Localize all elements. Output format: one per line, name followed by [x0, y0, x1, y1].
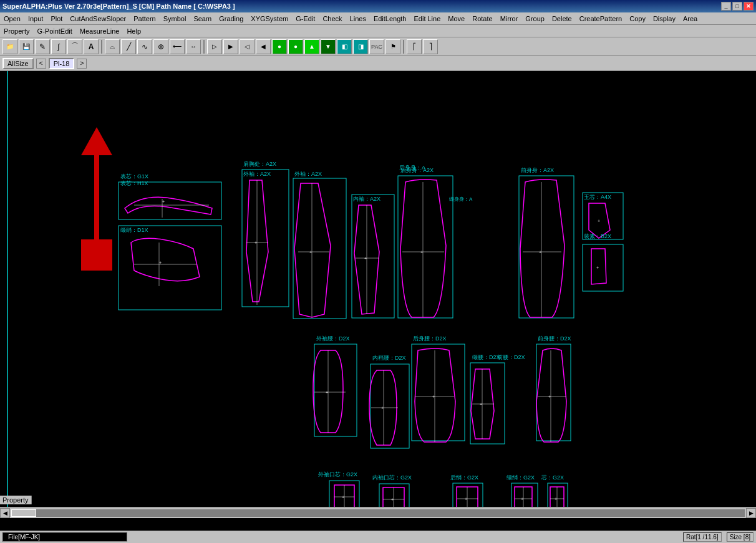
tool-open[interactable]: 📁	[2, 39, 17, 54]
menu-editlength[interactable]: EditLength	[370, 14, 410, 24]
menu-open[interactable]: Open	[0, 14, 24, 24]
tool-special2[interactable]: ⎤	[423, 39, 438, 54]
menu-area[interactable]: Area	[679, 14, 701, 24]
svg-text:后身腰：D2X: 后身腰：D2X	[413, 335, 447, 342]
menu-copy[interactable]: Copy	[626, 14, 649, 24]
size-prev-button[interactable]: <	[36, 59, 46, 69]
svg-text:+: +	[254, 241, 257, 245]
menu-rotate[interactable]: Rotate	[468, 14, 496, 24]
menu-lines[interactable]: Lines	[346, 14, 370, 24]
menu-help[interactable]: Help	[123, 26, 145, 36]
svg-text:+: +	[342, 495, 344, 499]
file-status: File[MF-JK]	[2, 532, 127, 542]
svg-text:+: +	[465, 497, 467, 501]
horizontal-scrollbar[interactable]: ◀ ▶	[0, 507, 756, 518]
tool-7[interactable]: ▶	[223, 39, 238, 54]
allsize-button[interactable]: AllSize	[2, 58, 34, 69]
scroll-thumb[interactable]	[11, 509, 36, 517]
menu-editline[interactable]: Edit Line	[410, 14, 444, 24]
menu-createpattern[interactable]: CreatePattern	[576, 14, 626, 24]
svg-text:前身腰：D2X: 前身腰：D2X	[538, 335, 571, 342]
svg-text:后绡：G2X: 后绡：G2X	[450, 474, 478, 481]
tool-green2[interactable]: ●	[288, 39, 303, 54]
svg-rect-3	[81, 239, 112, 271]
menubar2: Property G-PointEdit MeasureLine Help	[0, 25, 756, 37]
minimize-button[interactable]: _	[721, 2, 731, 11]
menu-property[interactable]: Property	[0, 26, 34, 36]
tool-text[interactable]: A	[84, 39, 99, 54]
menubar1: Open Input Plot CutAndSewSloper Pattern …	[0, 12, 756, 25]
toolbar-separator1	[101, 40, 102, 54]
svg-text:外袖口芯：G2X: 外袖口芯：G2X	[318, 471, 357, 478]
menu-symbol[interactable]: Symbol	[160, 14, 190, 24]
svg-text:外袖：A2X: 外袖：A2X	[243, 171, 271, 177]
menu-input[interactable]: Input	[24, 14, 47, 24]
svg-text:+: +	[162, 199, 165, 204]
menu-move[interactable]: Move	[444, 14, 468, 24]
menu-mirror[interactable]: Mirror	[497, 14, 522, 24]
tool-save[interactable]: 💾	[19, 39, 34, 54]
toolbar: 📁 💾 ✎ ∫ ⌒ A ⌓ ╱ ∿ ⊕ ⟵ ↔ ▷ ▶ ◁ ◀ ● ● ▲ ▼ …	[0, 37, 756, 56]
tool-flag[interactable]: ⚑	[385, 39, 400, 54]
tool-5[interactable]: ↔	[186, 39, 201, 54]
svg-text:后身身：A: 后身身：A	[399, 165, 425, 171]
toolbar-separator3	[403, 40, 404, 54]
menu-seam[interactable]: Seam	[190, 14, 215, 24]
scroll-left-button[interactable]: ◀	[0, 508, 10, 518]
menu-pattern[interactable]: Pattern	[130, 14, 159, 24]
tool-arc[interactable]: ⌓	[105, 39, 120, 54]
tool-point[interactable]: ⊕	[153, 39, 168, 54]
svg-text:+: +	[555, 497, 557, 501]
menu-delete[interactable]: Delete	[548, 14, 576, 24]
svg-text:+: +	[326, 390, 328, 395]
tool-draw1[interactable]: ✎	[35, 39, 50, 54]
menu-grading[interactable]: Grading	[215, 14, 247, 24]
tool-9[interactable]: ◀	[256, 39, 271, 54]
svg-text:+: +	[521, 497, 523, 501]
property-label: Property	[0, 496, 32, 504]
tool-cyan1[interactable]: ◧	[337, 39, 352, 54]
active-size-button[interactable]: Pl-18	[49, 58, 75, 69]
svg-text:+: +	[381, 406, 384, 410]
tool-draw3[interactable]: ⌒	[67, 39, 82, 54]
svg-text:+: +	[548, 395, 551, 399]
size-next-button[interactable]: >	[77, 59, 87, 69]
svg-text:缬腰：D2X: 缬腰：D2X	[472, 354, 500, 360]
tool-special1[interactable]: ⎡	[407, 39, 422, 54]
menu-measureline[interactable]: MeasureLine	[76, 26, 124, 36]
tool-green1[interactable]: ●	[272, 39, 287, 54]
menu-display[interactable]: Display	[649, 14, 679, 24]
tool-pac[interactable]: PAC	[369, 39, 384, 54]
window-controls[interactable]: _ □ ✕	[721, 2, 754, 11]
maximize-button[interactable]: □	[732, 2, 742, 11]
menu-check[interactable]: Check	[319, 14, 346, 24]
tool-6[interactable]: ▷	[207, 39, 222, 54]
svg-text:肩胸处：A2X: 肩胸处：A2X	[243, 161, 276, 167]
toolbar-separator2	[203, 40, 205, 54]
svg-text:+: +	[539, 250, 541, 254]
menu-group[interactable]: Group	[521, 14, 548, 24]
menu-xygsystem[interactable]: XYGSystem	[247, 14, 292, 24]
close-button[interactable]: ✕	[744, 2, 754, 11]
menu-plot[interactable]: Plot	[47, 14, 66, 24]
svg-rect-0	[0, 71, 756, 518]
scroll-right-button[interactable]: ▶	[746, 508, 756, 518]
menu-cutandsewsloper[interactable]: CutAndSewSloper	[66, 14, 130, 24]
scroll-track[interactable]	[11, 509, 745, 517]
tool-cyan2[interactable]: ◨	[353, 39, 368, 54]
titlebar: SuperALPHA:Plus Ver 2.70r3e[Pattern]_S […	[0, 0, 756, 12]
menu-gpointedit[interactable]: G-PointEdit	[34, 26, 76, 36]
svg-text:表芯：G1X: 表芯：G1X	[120, 173, 148, 180]
tool-line[interactable]: ╱	[121, 39, 136, 54]
tool-green3[interactable]: ▲	[304, 39, 319, 54]
svg-text:前身身：A2X: 前身身：A2X	[521, 167, 554, 173]
tool-8[interactable]: ◁	[240, 39, 254, 54]
svg-text:+: +	[420, 250, 423, 254]
svg-text:内袖口芯：G2X: 内袖口芯：G2X	[372, 474, 412, 481]
canvas-area[interactable]: 表芯：G1X 表芯：H1X + 缬绡：D1X + 肩胸处：A2X 外袖：A2X …	[0, 71, 756, 518]
tool-green4[interactable]: ▼	[321, 39, 336, 54]
tool-curve[interactable]: ∿	[137, 39, 152, 54]
tool-measure[interactable]: ⟵	[170, 39, 185, 54]
tool-draw2[interactable]: ∫	[51, 39, 66, 54]
menu-gedit[interactable]: G-Edit	[292, 14, 319, 24]
